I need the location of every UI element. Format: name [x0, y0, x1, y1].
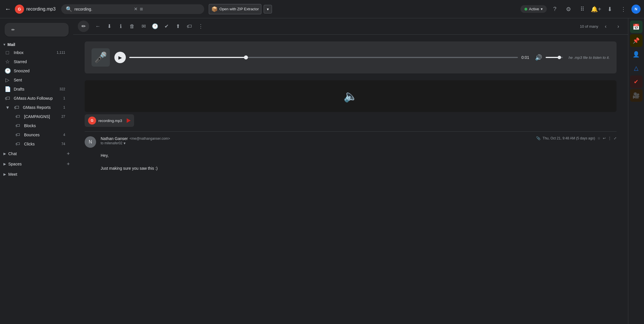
volume-icon[interactable]: 🔊: [535, 54, 542, 61]
toolbar-task-button[interactable]: ✔: [161, 21, 172, 31]
snoozed-icon: 🕐: [5, 68, 10, 74]
mic-symbol: 🎤: [94, 51, 107, 63]
audio-time: 0:01: [521, 55, 532, 60]
prev-page-button[interactable]: ‹: [601, 21, 611, 31]
attachment-app-icon: G: [88, 117, 96, 125]
toolbar-delete-icon: 🗑: [130, 23, 135, 29]
recipient-label: to milenafer02: [101, 141, 122, 145]
sidebar-item-gmass-followup[interactable]: 🏷 GMass Auto Followup 1: [0, 94, 69, 103]
bounces-label: Bounces: [24, 133, 60, 137]
mail-section-arrow: ▾: [3, 43, 5, 47]
sidebar-item-blocks[interactable]: 🏷 Blocks: [0, 121, 69, 130]
calendar-icon: 📅: [633, 23, 640, 30]
toolbar-mark-button[interactable]: ✉: [138, 21, 149, 31]
sidebar-item-inbox[interactable]: □ Inbox 1,111: [0, 48, 69, 57]
toolbar-more-button[interactable]: ⋮: [196, 21, 206, 31]
sidebar-item-starred[interactable]: ☆ Starred: [0, 57, 69, 66]
compose-button[interactable]: ✏: [5, 23, 69, 37]
volume-knob[interactable]: [558, 56, 561, 59]
toolbar-back-button[interactable]: ←: [93, 21, 103, 31]
drafts-label: Drafts: [14, 87, 56, 91]
toolbar-more-icon: ⋮: [198, 23, 203, 29]
search-bar[interactable]: 🔍 ✕ ⊞: [61, 4, 204, 14]
sidebar-item-drafts[interactable]: 📄 Drafts 322: [0, 85, 69, 94]
mail-section-label: Mail: [7, 42, 15, 47]
toolbar-info-button[interactable]: ℹ: [116, 21, 126, 31]
progress-knob[interactable]: [244, 55, 248, 59]
notifications-button[interactable]: 🔔+: [590, 3, 602, 15]
zip-extractor-button[interactable]: 📦 Open with ZIP Extractor: [209, 4, 261, 14]
chat-section[interactable]: ▶ Chat +: [0, 149, 73, 159]
spaces-section[interactable]: ▶ Spaces +: [0, 159, 73, 169]
toolbar-compose-button[interactable]: ✏: [78, 21, 89, 32]
avatar[interactable]: N: [631, 5, 641, 14]
next-page-button[interactable]: ›: [613, 21, 623, 31]
spaces-label: Spaces: [8, 162, 22, 166]
zip-dropdown-button[interactable]: ▾: [264, 5, 272, 13]
toolbar-snooze-button[interactable]: 🕐: [150, 21, 160, 31]
attachment-indicator-icon: 📎: [536, 136, 540, 140]
back-button[interactable]: ←: [3, 5, 13, 13]
settings-button[interactable]: ⚙: [563, 3, 574, 15]
recipient-dropdown-icon[interactable]: ▾: [124, 141, 126, 145]
help-button[interactable]: ?: [549, 3, 560, 15]
sent-icon: ▷: [5, 77, 10, 83]
download-icon: ⬇: [607, 6, 612, 13]
reply-button[interactable]: ↩: [603, 136, 606, 140]
toolbar-compose-icon: ✏: [82, 23, 86, 29]
toolbar-delete-button[interactable]: 🗑: [127, 21, 137, 31]
sidebar-item-snoozed[interactable]: 🕐 Snoozed: [0, 66, 69, 75]
contacts-icon: 👤: [633, 51, 640, 58]
toolbar-archive-icon: ⬇: [107, 23, 112, 29]
sidebar-item-gmass-reports[interactable]: ▾ 🏷 GMass Reports 1: [0, 103, 69, 112]
toolbar-snooze-icon: 🕐: [152, 23, 158, 29]
meet-app-button[interactable]: 🎥: [630, 89, 643, 102]
sidebar-item-bounces[interactable]: 🏷 Bounces 4: [0, 130, 69, 139]
more-options-button[interactable]: ⋮: [618, 3, 629, 15]
attachment-item[interactable]: G recording.mp3: [85, 114, 134, 127]
toolbar-mark-icon: ✉: [142, 23, 146, 29]
volume-slider[interactable]: [546, 57, 563, 58]
toolbar-move-button[interactable]: ⬆: [173, 21, 183, 31]
spaces-add-icon[interactable]: +: [67, 161, 70, 167]
search-input[interactable]: [74, 7, 132, 11]
toolbar-task-icon: ✔: [164, 23, 169, 29]
meet-section[interactable]: ▶ Meet: [0, 169, 73, 179]
sender-avatar: N: [85, 136, 96, 148]
expand-button[interactable]: ⤢: [614, 136, 617, 140]
sidebar-item-sent[interactable]: ▷ Sent: [0, 75, 69, 85]
next-icon: ›: [617, 23, 619, 29]
download-button[interactable]: ⬇: [604, 3, 615, 15]
progress-bar[interactable]: [129, 57, 518, 58]
tasks-app-button[interactable]: ✔: [630, 75, 643, 88]
sidebar-item-clicks[interactable]: 🏷 Clicks 74: [0, 139, 69, 149]
email-message: N Nathan Ganser <me@nathanganser.com> to…: [85, 131, 617, 176]
meet-label: Meet: [8, 172, 17, 177]
apps-button[interactable]: ⠿: [577, 3, 588, 15]
search-icon: 🔍: [66, 6, 72, 12]
message-more-button[interactable]: ⋮: [608, 136, 611, 140]
audio-second-area: 🔈: [85, 80, 617, 112]
active-status-button[interactable]: Active ▾: [520, 5, 547, 13]
search-clear-icon[interactable]: ✕: [134, 6, 138, 12]
calendar-app-button[interactable]: 📅: [630, 21, 643, 33]
play-button[interactable]: ▶: [114, 52, 126, 63]
audio-description: he .mp3 file to listen to it.: [569, 55, 610, 60]
mail-section-header[interactable]: ▾ Mail: [0, 41, 73, 48]
sidebar-item-campaigns[interactable]: 🏷 [CAMPAIGNS] 27: [0, 112, 69, 121]
topbar: ← G recording.mp3 🔍 ✕ ⊞ 📦 Open with ZIP …: [0, 0, 644, 18]
meet-arrow: ▶: [3, 172, 6, 176]
drive-app-button[interactable]: △: [630, 62, 643, 74]
sidebar: ✏ ▾ Mail □ Inbox 1,111 ☆ Starred 🕐 Snooz…: [0, 18, 73, 324]
more-options-icon: ⋮: [621, 6, 626, 13]
toolbar-archive-button[interactable]: ⬇: [104, 21, 114, 31]
star-button[interactable]: ☆: [597, 136, 601, 140]
toolbar-label-button[interactable]: 🏷: [184, 21, 194, 31]
contacts-app-button[interactable]: 👤: [630, 48, 643, 61]
search-tab-icon: ⊞: [140, 7, 143, 11]
keep-app-button[interactable]: 📌: [630, 34, 643, 47]
chat-add-icon[interactable]: +: [67, 151, 70, 157]
inbox-label: Inbox: [14, 50, 53, 55]
email-content: 🎤 ▶ 0:01 🔊 he .mp3 file to listen to it.: [73, 35, 628, 324]
snoozed-label: Snoozed: [14, 69, 65, 73]
